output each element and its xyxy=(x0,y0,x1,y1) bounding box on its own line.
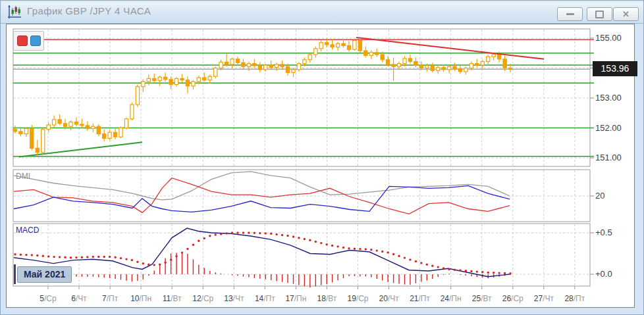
signal-dot xyxy=(36,254,38,256)
signal-dot xyxy=(59,256,61,258)
candle xyxy=(69,122,72,126)
signal-dot xyxy=(286,235,288,237)
candle xyxy=(331,45,334,47)
month-label: Май 2021 xyxy=(17,266,72,283)
price-axis-label: 155.00 xyxy=(595,33,636,43)
candle xyxy=(319,43,323,49)
chart-mini-toolbar xyxy=(13,31,44,51)
signal-dot xyxy=(170,258,172,260)
weekday: /Пт xyxy=(107,294,118,303)
signal-dot xyxy=(186,248,188,250)
candle xyxy=(387,60,390,64)
signal-dot xyxy=(292,235,294,237)
candle xyxy=(487,57,490,61)
indicator-axis-label: +0.5 xyxy=(595,228,636,237)
candle xyxy=(498,55,501,59)
candle xyxy=(47,125,50,130)
day-number: 5 xyxy=(40,294,44,303)
candle xyxy=(186,80,189,86)
candle xyxy=(124,119,128,128)
signal-dot xyxy=(92,256,94,258)
candle xyxy=(41,130,45,153)
candle xyxy=(136,87,139,105)
signal-dot xyxy=(348,247,350,249)
day-number: 6 xyxy=(71,294,76,303)
time-axis-label: 5/Ср xyxy=(32,294,64,303)
weekday: /Пт xyxy=(574,294,585,303)
day-number: 7 xyxy=(102,294,107,303)
candle xyxy=(13,130,16,132)
weekday: /Ср xyxy=(511,294,523,303)
signal-dot xyxy=(125,258,127,260)
weekday: /Ср xyxy=(44,294,57,303)
candle xyxy=(458,68,462,72)
weekday: /Чт xyxy=(76,294,87,303)
signal-dot xyxy=(109,256,111,258)
candle xyxy=(30,128,34,148)
time-axis-label: 6/Чт xyxy=(63,294,95,303)
candle xyxy=(147,78,150,82)
candle xyxy=(236,59,239,63)
signal-dot xyxy=(175,255,177,257)
signal-dot xyxy=(426,264,428,266)
weekday: /Пн xyxy=(140,294,152,303)
candle xyxy=(153,78,156,80)
signal-dot xyxy=(437,266,439,268)
signal-dot xyxy=(315,241,317,243)
signal-dot xyxy=(181,251,183,253)
signal-dot xyxy=(75,256,77,258)
candle xyxy=(208,76,211,80)
candle xyxy=(180,78,184,80)
signal-dot xyxy=(504,272,506,274)
signal-dot xyxy=(275,233,277,235)
candle xyxy=(114,132,117,137)
signal-dot xyxy=(220,233,222,235)
candle xyxy=(347,45,350,49)
candle xyxy=(80,124,84,126)
signal-dot xyxy=(392,253,394,255)
signal-dot xyxy=(120,257,122,259)
red-marker-button[interactable] xyxy=(17,36,28,46)
day-number: 11 xyxy=(163,294,171,303)
candle xyxy=(86,126,89,129)
candle xyxy=(142,82,145,87)
signal-dot xyxy=(20,254,22,256)
candle xyxy=(53,120,56,125)
signal-dot xyxy=(481,271,483,273)
weekday: /Ср xyxy=(356,294,369,303)
candle xyxy=(253,64,256,66)
weekday: /Чт xyxy=(233,294,244,303)
price-axis-label: 151.00 xyxy=(595,153,636,162)
candle xyxy=(453,66,456,68)
signal-dot xyxy=(448,268,450,270)
blue-marker-button[interactable] xyxy=(30,36,41,46)
weekday: /Чт xyxy=(388,294,399,303)
candle xyxy=(369,53,373,56)
signal-dot xyxy=(443,267,444,269)
signal-dot xyxy=(259,232,261,234)
signal-dot xyxy=(86,256,88,258)
signal-dot xyxy=(153,264,155,266)
day-number: 13 xyxy=(224,294,232,303)
day-number: 20 xyxy=(379,294,387,303)
candle xyxy=(281,64,284,66)
candle xyxy=(230,59,234,64)
candle xyxy=(203,78,206,80)
signal-dot xyxy=(53,256,55,258)
signal-dot xyxy=(164,262,166,264)
candle xyxy=(437,68,440,71)
signal-dot xyxy=(415,260,417,262)
candle xyxy=(364,51,367,55)
candle xyxy=(292,70,295,73)
signal-dot xyxy=(31,254,33,256)
signal-dot xyxy=(42,255,44,257)
signal-dot xyxy=(209,235,211,237)
day-number: 17 xyxy=(285,294,294,303)
day-number: 26 xyxy=(502,294,511,303)
weekday: /Вт xyxy=(326,294,336,303)
candle xyxy=(431,66,434,70)
signal-dot xyxy=(136,261,138,263)
time-axis-label: 10/Пн xyxy=(125,294,157,303)
chart-canvas[interactable] xyxy=(1,1,644,315)
candle xyxy=(264,65,267,70)
